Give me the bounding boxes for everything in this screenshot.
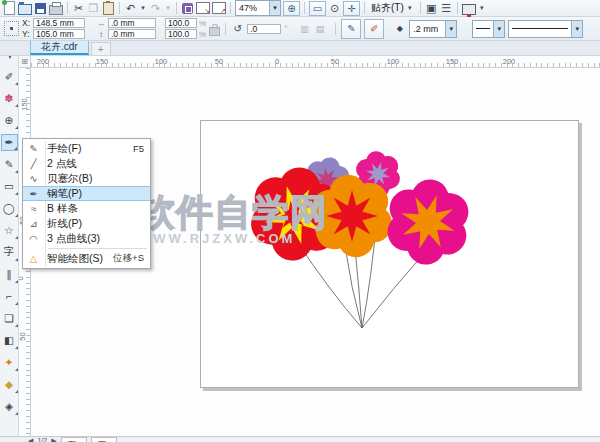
drop-shadow-tool[interactable]: ❏: [1, 310, 18, 327]
menu-item-b-spline[interactable]: ≈ B 样条: [23, 201, 150, 216]
import-icon[interactable]: ↘: [196, 1, 210, 16]
freehand-tool[interactable]: ✒: [1, 134, 18, 151]
pen-edit-button[interactable]: ✐: [364, 19, 384, 39]
menu-item-3-point-curve[interactable]: ◠ 3 点曲线(3): [23, 231, 150, 246]
separator: [335, 23, 336, 35]
redo-dropdown-icon[interactable]: ▾: [164, 4, 172, 12]
smudge-brush-tool[interactable]: ✽: [1, 90, 18, 107]
redo-icon[interactable]: ↷: [149, 1, 162, 16]
page-tab-1[interactable]: 页1: [61, 437, 87, 442]
object-height-field[interactable]: .0 mm: [108, 29, 156, 39]
freehand-icon: ✎: [23, 143, 44, 154]
pen-preview-button[interactable]: ✎: [341, 19, 361, 39]
new-tab-button[interactable]: +: [91, 42, 111, 55]
open-icon[interactable]: [18, 1, 32, 16]
document-tab[interactable]: 花卉.cdr: [30, 40, 89, 55]
menu-item-label: 3 点曲线(3): [44, 232, 144, 246]
corel-connect-icon[interactable]: [181, 1, 194, 16]
shape-tool[interactable]: ✐: [1, 68, 18, 85]
export-icon[interactable]: ↗: [212, 1, 226, 16]
ruler-label: 150: [20, 98, 29, 111]
print-icon[interactable]: [49, 1, 63, 16]
artistic-media-tool[interactable]: ✎: [1, 156, 18, 173]
line-start-preview: [476, 28, 490, 29]
ruler-toggle-button[interactable]: ▭: [309, 1, 326, 16]
line-start-select[interactable]: ▾: [472, 20, 505, 38]
prev-page-icon[interactable]: ◀: [28, 437, 33, 442]
zoom-tool-button[interactable]: ⊕: [283, 1, 300, 16]
document-tab-bar: 花卉.cdr +: [0, 41, 600, 56]
parallel-dimension-tool[interactable]: ∥: [1, 266, 18, 283]
lock-ratio-icon[interactable]: [209, 27, 220, 36]
bezier-icon: ∿: [23, 173, 44, 184]
paste-icon[interactable]: [102, 1, 115, 16]
menu-item-freehand[interactable]: ✎ 手绘(F) F5: [23, 141, 150, 156]
magenta-flower[interactable]: [385, 176, 471, 268]
menu-item-polyline[interactable]: ⊿ 折线(P): [23, 216, 150, 231]
cut-icon[interactable]: ✂: [72, 1, 85, 16]
menu-separator: [48, 248, 147, 249]
connector-tool[interactable]: ⌐: [1, 288, 18, 305]
menu-item-pen[interactable]: ✒ 钢笔(P): [23, 186, 150, 201]
next-page-icon[interactable]: ▶: [51, 437, 56, 442]
zoom-level-value: 47%: [239, 3, 269, 13]
ruler-label: 150: [96, 57, 109, 66]
chevron-down-icon: ▾: [406, 4, 414, 12]
mirror-vertical-icon[interactable]: ▤: [314, 22, 327, 36]
menu-item-2-point-line[interactable]: ╱ 2 点线: [23, 156, 150, 171]
options-icon[interactable]: ☰: [440, 1, 453, 16]
copy-icon[interactable]: ❐: [87, 1, 100, 16]
line-style-select[interactable]: ▾: [508, 20, 583, 38]
b-spline-icon: ≈: [23, 203, 44, 214]
undo-dropdown-icon[interactable]: ▾: [139, 4, 147, 12]
menu-item-smart-drawing[interactable]: △ 智能绘图(S) 位移+S: [23, 251, 150, 266]
zoom-level-select[interactable]: 47% ▾: [235, 0, 281, 16]
zoom-tool[interactable]: ⊕: [1, 112, 18, 129]
smart-drawing-icon: △: [23, 253, 44, 264]
smart-fill-tool[interactable]: ◧: [1, 332, 18, 349]
menu-item-label: B 样条: [44, 202, 144, 216]
snap-toggle-button[interactable]: ✛: [343, 1, 360, 16]
page-indicator: 1/2: [37, 437, 47, 442]
save-icon[interactable]: [34, 1, 47, 16]
mirror-horizontal-icon[interactable]: ▥: [298, 22, 311, 36]
chevron-down-icon[interactable]: ▾: [571, 21, 582, 37]
text-tool[interactable]: 字: [1, 244, 18, 261]
menu-item-bezier[interactable]: ∿ 贝塞尔(B): [23, 171, 150, 186]
ruler-label: 50: [19, 332, 27, 340]
chevron-down-icon[interactable]: ▾: [478, 4, 486, 12]
page-tab-2[interactable]: 页2: [91, 437, 117, 442]
x-position-field[interactable]: 148.5 mm: [33, 18, 85, 28]
menu-item-label: 手绘(F): [44, 142, 133, 156]
ruler-origin-icon[interactable]: ⊞: [19, 56, 31, 68]
watermark: 软件自学网 WWW.RJZXW.COM: [138, 194, 328, 245]
fill-tool[interactable]: ◆: [1, 376, 18, 393]
separator: [230, 2, 231, 14]
welcome-screen-icon[interactable]: ▣: [425, 1, 438, 16]
snap-to-dropdown[interactable]: 贴齐(T) ▾: [369, 1, 416, 15]
outline-width-select[interactable]: .2 mm ▾: [409, 20, 457, 38]
show-hide-icon[interactable]: ⊙: [328, 1, 341, 16]
undo-icon[interactable]: ↶: [124, 1, 137, 16]
line-style-preview: [512, 28, 568, 29]
rotation-angle-field[interactable]: .0: [247, 24, 281, 34]
interactive-fill-tool[interactable]: ◈: [1, 398, 18, 415]
chevron-down-icon[interactable]: ▾: [493, 21, 504, 37]
separator: [364, 2, 365, 14]
new-document-icon[interactable]: [3, 1, 16, 16]
ellipse-tool[interactable]: ◯: [1, 200, 18, 217]
polygon-tool[interactable]: ☆: [1, 222, 18, 239]
eyedropper-tool[interactable]: ✦: [1, 354, 18, 371]
scale-h-field[interactable]: 100.0: [165, 18, 197, 28]
y-position-field[interactable]: 105.0 mm: [33, 29, 85, 39]
curve-tools-flyout-menu: ✎ 手绘(F) F5 ╱ 2 点线 ∿ 贝塞尔(B) ✒ 钢笔(P) ≈ B 样…: [22, 138, 151, 269]
rectangle-tool[interactable]: ▭: [1, 178, 18, 195]
scale-v-field[interactable]: 100.0: [165, 29, 197, 39]
pen-icon: ✒: [23, 188, 44, 199]
object-width-field[interactable]: .0 mm: [108, 18, 156, 28]
application-launcher-icon[interactable]: [462, 1, 476, 16]
chevron-down-icon[interactable]: ▾: [269, 1, 280, 15]
horizontal-ruler[interactable]: 200 150 100 50 0 50 100 150 200: [31, 56, 600, 68]
ruler-label: 200: [37, 57, 50, 66]
chevron-down-icon[interactable]: ▾: [445, 21, 456, 37]
